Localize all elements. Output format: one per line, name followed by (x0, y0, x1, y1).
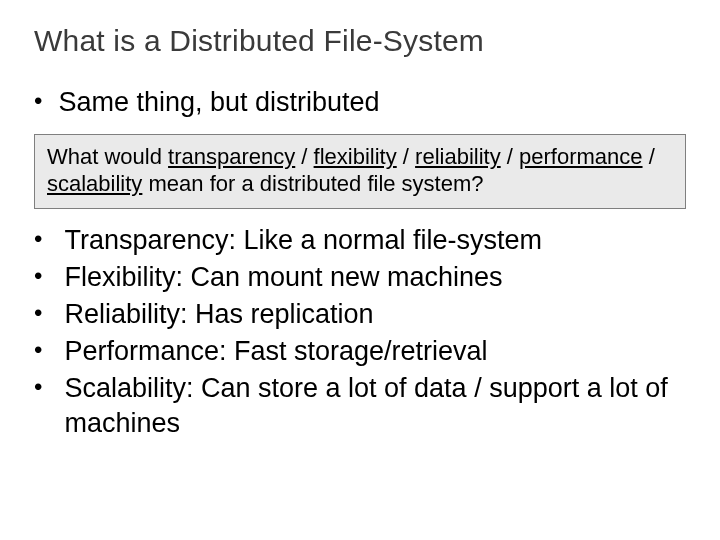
item-desc: Fast storage/retrieval (226, 336, 487, 366)
callout-sep: / (643, 144, 655, 169)
callout-keyword-scalability: scalability (47, 171, 142, 196)
callout-prefix: What would (47, 144, 168, 169)
callout-keyword-reliability: reliability (415, 144, 501, 169)
item-label: Performance: (64, 336, 226, 366)
item-desc: Can mount new machines (183, 262, 503, 292)
item-label: Transparency: (64, 225, 236, 255)
item-desc: Has replication (187, 299, 373, 329)
slide-title: What is a Distributed File-System (34, 24, 686, 58)
item-label: Scalability: (64, 373, 193, 403)
lead-bullet-text: Same thing, but distributed (58, 86, 379, 120)
lead-bullet: Same thing, but distributed (34, 86, 686, 120)
item-desc: Like a normal file-system (236, 225, 542, 255)
callout-sep: / (397, 144, 415, 169)
callout-sep: / (295, 144, 313, 169)
callout-keyword-transparency: transparency (168, 144, 295, 169)
callout-suffix: mean for a distributed file system? (142, 171, 483, 196)
callout-keyword-performance: performance (519, 144, 643, 169)
item-label: Reliability: (64, 299, 187, 329)
list-item: Flexibility: Can mount new machines (34, 260, 686, 295)
callout-sep: / (501, 144, 519, 169)
list-item: Reliability: Has replication (34, 297, 686, 332)
list-item: Scalability: Can store a lot of data / s… (34, 371, 686, 441)
callout-box: What would transparency / flexibility / … (34, 134, 686, 209)
lead-bullet-list: Same thing, but distributed (34, 86, 686, 120)
callout-keyword-flexibility: flexibility (314, 144, 397, 169)
item-label: Flexibility: (64, 262, 183, 292)
list-item: Performance: Fast storage/retrieval (34, 334, 686, 369)
detail-bullet-list: Transparency: Like a normal file-system … (34, 223, 686, 442)
list-item: Transparency: Like a normal file-system (34, 223, 686, 258)
